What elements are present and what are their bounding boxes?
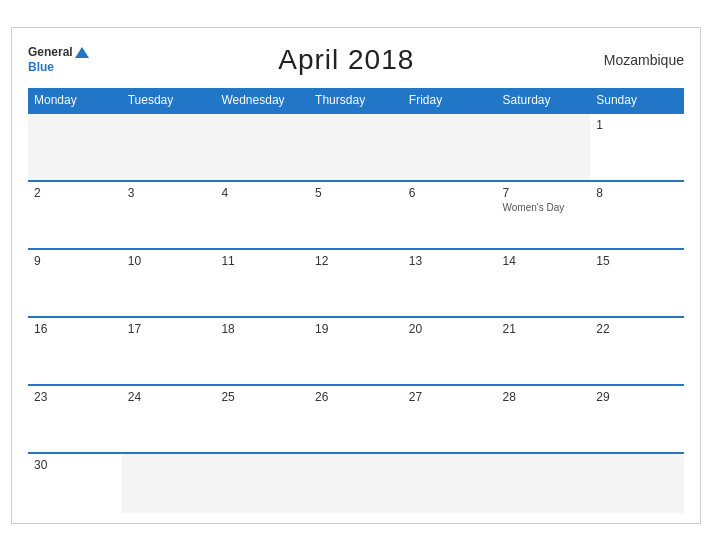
day-cell bbox=[403, 453, 497, 513]
day-cell bbox=[122, 453, 216, 513]
day-number: 9 bbox=[34, 254, 116, 268]
header-thursday: Thursday bbox=[309, 88, 403, 113]
day-cell: 14 bbox=[497, 249, 591, 317]
calendar-table: Monday Tuesday Wednesday Thursday Friday… bbox=[28, 88, 684, 513]
calendar-container: General Blue April 2018 Mozambique Monda… bbox=[11, 27, 701, 524]
header-tuesday: Tuesday bbox=[122, 88, 216, 113]
day-cell: 18 bbox=[215, 317, 309, 385]
weekday-header-row: Monday Tuesday Wednesday Thursday Friday… bbox=[28, 88, 684, 113]
header-wednesday: Wednesday bbox=[215, 88, 309, 113]
month-title: April 2018 bbox=[278, 44, 414, 76]
week-row-4: 16171819202122 bbox=[28, 317, 684, 385]
day-number: 17 bbox=[128, 322, 210, 336]
day-cell bbox=[403, 113, 497, 181]
day-cell: 27 bbox=[403, 385, 497, 453]
day-cell: 5 bbox=[309, 181, 403, 249]
day-cell: 22 bbox=[590, 317, 684, 385]
day-number: 14 bbox=[503, 254, 585, 268]
day-number: 3 bbox=[128, 186, 210, 200]
day-cell: 8 bbox=[590, 181, 684, 249]
day-cell: 3 bbox=[122, 181, 216, 249]
day-number: 15 bbox=[596, 254, 678, 268]
week-row-3: 9101112131415 bbox=[28, 249, 684, 317]
day-cell bbox=[215, 453, 309, 513]
day-number: 13 bbox=[409, 254, 491, 268]
day-number: 16 bbox=[34, 322, 116, 336]
week-row-1: 1 bbox=[28, 113, 684, 181]
day-number: 26 bbox=[315, 390, 397, 404]
day-number: 7 bbox=[503, 186, 585, 200]
day-number: 30 bbox=[34, 458, 116, 472]
week-row-5: 23242526272829 bbox=[28, 385, 684, 453]
header-saturday: Saturday bbox=[497, 88, 591, 113]
day-number: 1 bbox=[596, 118, 678, 132]
logo-blue-text: Blue bbox=[28, 60, 89, 74]
day-cell: 21 bbox=[497, 317, 591, 385]
day-number: 21 bbox=[503, 322, 585, 336]
day-number: 18 bbox=[221, 322, 303, 336]
day-number: 11 bbox=[221, 254, 303, 268]
header-monday: Monday bbox=[28, 88, 122, 113]
day-cell: 10 bbox=[122, 249, 216, 317]
day-cell: 29 bbox=[590, 385, 684, 453]
day-number: 29 bbox=[596, 390, 678, 404]
day-cell: 25 bbox=[215, 385, 309, 453]
day-cell: 26 bbox=[309, 385, 403, 453]
header-friday: Friday bbox=[403, 88, 497, 113]
day-number: 24 bbox=[128, 390, 210, 404]
day-cell bbox=[122, 113, 216, 181]
day-cell: 19 bbox=[309, 317, 403, 385]
calendar-header: General Blue April 2018 Mozambique bbox=[28, 44, 684, 76]
day-number: 2 bbox=[34, 186, 116, 200]
day-number: 6 bbox=[409, 186, 491, 200]
day-cell bbox=[590, 453, 684, 513]
day-cell: 24 bbox=[122, 385, 216, 453]
header-sunday: Sunday bbox=[590, 88, 684, 113]
day-cell: 17 bbox=[122, 317, 216, 385]
day-cell: 7Women's Day bbox=[497, 181, 591, 249]
logo: General Blue bbox=[28, 45, 89, 74]
day-cell bbox=[215, 113, 309, 181]
day-cell bbox=[28, 113, 122, 181]
day-cell: 1 bbox=[590, 113, 684, 181]
day-number: 23 bbox=[34, 390, 116, 404]
day-cell: 11 bbox=[215, 249, 309, 317]
day-cell: 4 bbox=[215, 181, 309, 249]
day-number: 25 bbox=[221, 390, 303, 404]
day-cell: 2 bbox=[28, 181, 122, 249]
day-cell: 16 bbox=[28, 317, 122, 385]
day-number: 10 bbox=[128, 254, 210, 268]
week-row-2: 234567Women's Day8 bbox=[28, 181, 684, 249]
logo-triangle-icon bbox=[75, 47, 89, 58]
day-number: 12 bbox=[315, 254, 397, 268]
day-number: 5 bbox=[315, 186, 397, 200]
day-number: 28 bbox=[503, 390, 585, 404]
day-cell: 23 bbox=[28, 385, 122, 453]
day-cell bbox=[497, 453, 591, 513]
country-label: Mozambique bbox=[604, 52, 684, 68]
logo-general-text: General bbox=[28, 45, 89, 59]
day-cell bbox=[497, 113, 591, 181]
holiday-label: Women's Day bbox=[503, 202, 585, 213]
day-number: 8 bbox=[596, 186, 678, 200]
day-cell: 12 bbox=[309, 249, 403, 317]
day-number: 19 bbox=[315, 322, 397, 336]
day-number: 22 bbox=[596, 322, 678, 336]
day-number: 20 bbox=[409, 322, 491, 336]
day-cell: 20 bbox=[403, 317, 497, 385]
day-cell: 15 bbox=[590, 249, 684, 317]
day-cell: 13 bbox=[403, 249, 497, 317]
day-number: 27 bbox=[409, 390, 491, 404]
day-cell: 28 bbox=[497, 385, 591, 453]
day-cell: 6 bbox=[403, 181, 497, 249]
day-cell bbox=[309, 113, 403, 181]
week-row-6: 30 bbox=[28, 453, 684, 513]
day-cell: 9 bbox=[28, 249, 122, 317]
day-cell bbox=[309, 453, 403, 513]
day-cell: 30 bbox=[28, 453, 122, 513]
day-number: 4 bbox=[221, 186, 303, 200]
